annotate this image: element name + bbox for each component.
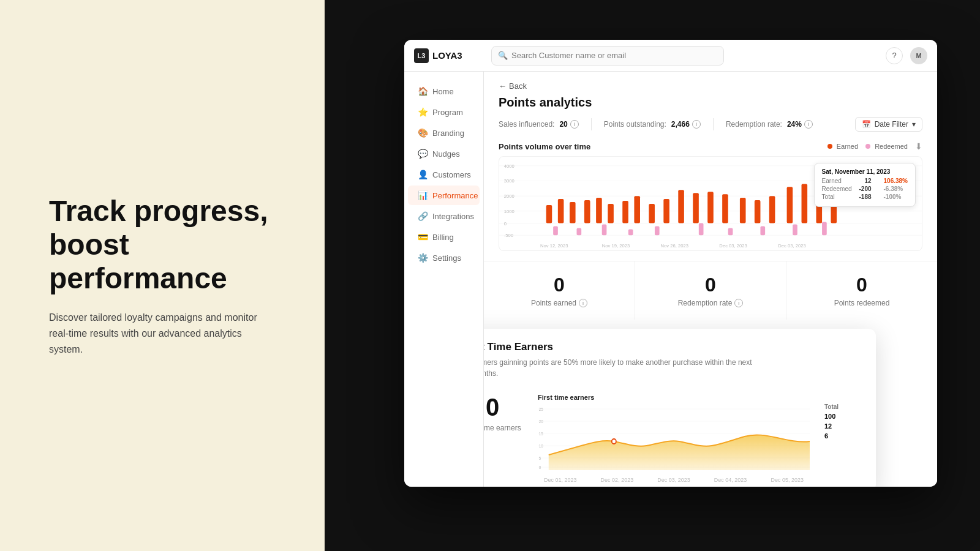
svg-text:3000: 3000 [504, 178, 515, 184]
earned-dot [827, 144, 832, 149]
fte-description: Customers gainning points are 50% more l… [484, 357, 756, 379]
svg-rect-16 [596, 198, 602, 223]
panel-header: ← Back Points analytics Sales influenced… [484, 72, 937, 132]
svg-text:4000: 4000 [504, 163, 515, 169]
sales-info-icon: i [570, 120, 579, 129]
svg-rect-39 [728, 228, 733, 235]
search-icon: 🔍 [498, 51, 508, 60]
svg-rect-25 [722, 194, 728, 223]
sidebar-label-performance: Performance [432, 191, 478, 200]
sidebar-item-program[interactable]: ⭐ Program [408, 102, 480, 122]
download-icon[interactable]: ⬇ [915, 141, 922, 151]
fte-stat-label: First time earners [484, 424, 521, 432]
metric-value-redemption-rate: 0 [705, 274, 716, 296]
points-outstanding-stat: Points outstanding: 2,466 i [604, 120, 701, 129]
fte-body: 0 First time earners First time earners [484, 384, 876, 487]
tooltip-redeemed-label: Redeemed [822, 186, 852, 192]
svg-text:10: 10 [539, 444, 543, 448]
description: Discover tailored loyalty campaigns and … [49, 310, 270, 357]
branding-icon: 🎨 [418, 128, 428, 138]
fte-chart: First time earners [538, 394, 810, 479]
metric-card-points-redeemed: 0 Points redeemed [786, 261, 937, 320]
sidebar-label-integrations: Integrations [432, 212, 474, 221]
fte-header: First Time Earners Customers gainning po… [484, 329, 876, 384]
svg-rect-15 [584, 200, 590, 223]
tooltip-earned-value: 12 [864, 178, 871, 184]
svg-rect-37 [655, 227, 660, 236]
sidebar-item-integrations[interactable]: 🔗 Integrations [408, 206, 480, 226]
date-filter-button[interactable]: 📅 Date Filter ▾ [855, 117, 922, 132]
svg-text:Nov 26, 2023: Nov 26, 2023 [661, 243, 689, 249]
sidebar-label-branding: Branding [432, 129, 464, 138]
sidebar-item-billing[interactable]: 💳 Billing [408, 227, 480, 247]
back-arrow-icon: ← [499, 81, 507, 91]
fte-chart-title: First time earners [538, 394, 810, 401]
calendar-icon: 📅 [862, 120, 871, 129]
chart-tooltip: Sat, November 11, 2023 Earned 12 Re [814, 163, 916, 207]
headline: Track progress,boost performance [49, 194, 288, 296]
svg-text:Dec 03, 2023: Dec 03, 2023 [719, 243, 747, 249]
svg-rect-24 [707, 192, 714, 223]
chart-title-row: Points volume over time Earned [499, 141, 922, 151]
svg-text:Nov 12, 2023: Nov 12, 2023 [540, 243, 568, 249]
sidebar-label-settings: Settings [432, 253, 461, 263]
nudges-icon: 💬 [418, 149, 428, 159]
top-bar-right: ? M [886, 47, 927, 64]
fte-total-6: 6 [824, 432, 861, 440]
metric-info-icon-1: i [734, 299, 743, 307]
fte-x-label-3: Dec 03, 2023 [657, 477, 690, 483]
svg-rect-28 [769, 196, 775, 223]
fte-x-label-5: Dec 05, 2023 [771, 477, 804, 483]
help-button[interactable]: ? [886, 47, 903, 64]
metric-value-points-earned: 0 [554, 274, 565, 296]
tooltip-earned-label: Earned [822, 178, 842, 184]
fte-total-100: 100 [824, 413, 861, 420]
content-area: ← Back Points analytics Sales influenced… [484, 72, 937, 487]
bar-chart: 4000 3000 2000 1000 0 -500 [499, 156, 922, 251]
metric-label-redemption-rate: Redemption rate i [678, 299, 744, 307]
sidebar-item-nudges[interactable]: 💬 Nudges [408, 144, 480, 163]
svg-rect-22 [678, 190, 684, 223]
metric-info-icon-0: i [579, 299, 587, 307]
panel-title: Points analytics [499, 96, 922, 110]
sidebar-item-performance[interactable]: 📊 Performance [408, 186, 480, 205]
chart-legend: Earned Redeemed [827, 143, 908, 150]
tooltip-total-label: Total [822, 193, 835, 200]
sidebar-item-settings[interactable]: ⚙️ Settings [408, 248, 480, 268]
billing-icon: 💳 [418, 232, 428, 242]
svg-rect-18 [622, 201, 628, 223]
svg-text:Dec 03, 2023: Dec 03, 2023 [778, 243, 806, 249]
svg-rect-35 [602, 225, 607, 236]
svg-rect-27 [755, 200, 761, 223]
tooltip-redeemed-pct: -6.38% [884, 186, 903, 192]
svg-rect-34 [577, 228, 582, 235]
sidebar-label-program: Program [432, 108, 463, 117]
fte-totals: Total 100 12 6 [824, 394, 861, 440]
sidebar: 🏠 Home ⭐ Program 🎨 Branding 💬 Nudges 👤 [404, 72, 484, 487]
metric-card-points-earned: 0 Points earned i [484, 261, 635, 320]
stats-row: Sales influenced: 20 i Points outstandin… [499, 117, 922, 132]
svg-rect-30 [802, 184, 808, 223]
logo-icon: L3 [414, 48, 429, 63]
fte-x-label-2: Dec 02, 2023 [601, 477, 634, 483]
svg-text:25: 25 [539, 407, 543, 411]
tooltip-total-pct: -100% [884, 193, 902, 200]
chart-title: Points volume over time [499, 142, 590, 151]
sidebar-item-home[interactable]: 🏠 Home [408, 81, 480, 101]
back-button[interactable]: ← Back [499, 81, 922, 91]
back-label: Back [509, 81, 527, 91]
redemption-rate-value: 24% [787, 120, 802, 129]
sidebar-item-customers[interactable]: 👤 Customers [408, 165, 480, 184]
sidebar-label-billing: Billing [432, 233, 454, 242]
search-bar[interactable]: 🔍 [491, 46, 724, 66]
main-layout: 🏠 Home ⭐ Program 🎨 Branding 💬 Nudges 👤 [404, 72, 937, 487]
svg-rect-19 [634, 196, 640, 223]
points-outstanding-value: 2,466 [671, 120, 690, 129]
svg-rect-38 [699, 223, 704, 236]
avatar-button[interactable]: M [910, 47, 927, 64]
sidebar-item-branding[interactable]: 🎨 Branding [408, 123, 480, 143]
search-input[interactable] [511, 51, 717, 60]
tooltip-total-pct-row: -100% [884, 193, 908, 200]
fte-total-12: 12 [824, 422, 861, 430]
tooltip-earned-pct-row: 106.38% [884, 178, 908, 184]
